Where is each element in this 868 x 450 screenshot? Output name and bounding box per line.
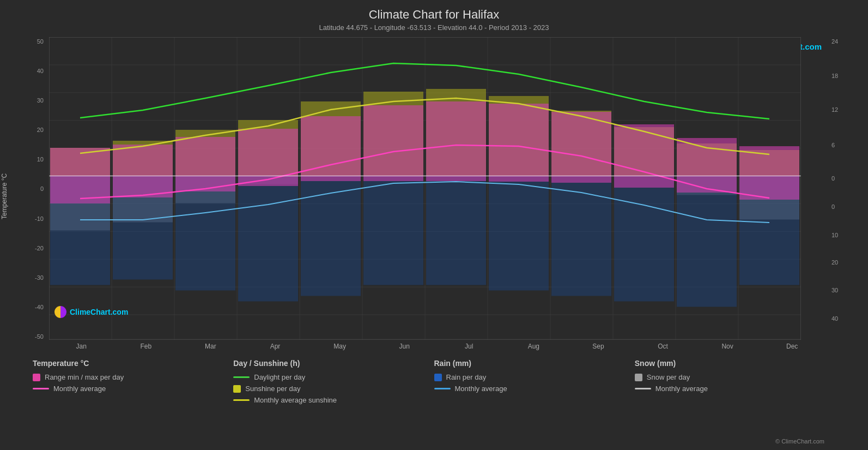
legend-label-sunshine-avg: Monthly average sunshine [254,396,337,404]
y-axis-right: 24 18 12 6 0 0 10 20 30 40 [827,37,868,340]
legend-title-rain: Rain (mm) [434,359,635,368]
svg-rect-61 [301,116,361,181]
legend-title-temperature: Temperature °C [33,359,233,368]
chart-container: ClimeChart.com [49,37,824,340]
y-left-30: 30 [37,97,44,104]
legend-item-snow-bar: Snow per day [635,373,835,381]
month-dec: Dec [760,343,824,350]
y-left-20: 20 [37,127,44,133]
legend-line-snow-avg [635,388,651,389]
svg-rect-41 [551,176,611,296]
legend-bar-temp [33,374,40,381]
month-oct: Oct [630,343,695,350]
y-left-0: 0 [40,185,44,192]
logo-text-bottom: ClimeChart.com [70,308,128,316]
y-left--40: -40 [35,304,44,310]
svg-rect-64 [489,104,549,182]
legend-label-snow-avg: Monthly average [655,385,708,393]
legend-label-snow-bar: Snow per day [647,373,690,381]
svg-rect-59 [175,137,235,191]
y-right-rain-0: 0 [831,203,835,210]
logo-bottom-left: ClimeChart.com [54,306,128,318]
legend-col-rain: Rain (mm) Rain per day Monthly average [434,359,635,404]
legend-label-temp-avg: Monthly average [53,385,106,393]
svg-rect-42 [614,176,674,302]
legend-col-temperature: Temperature °C Range min / max per day M… [33,359,233,404]
svg-rect-36 [238,176,298,302]
svg-rect-62 [363,105,423,181]
month-jul: Jul [436,343,501,350]
month-apr: Apr [243,343,308,350]
svg-rect-65 [551,112,611,183]
y-left--20: -20 [35,245,44,251]
month-sep: Sep [566,343,631,350]
y-right-18: 18 [831,73,838,79]
svg-rect-39 [426,176,486,285]
y-right-12: 12 [831,106,838,113]
svg-rect-67 [677,138,737,193]
page-wrapper: Climate Chart for Halifax Latitude 44.67… [0,0,868,450]
y-right-rain-30: 30 [831,287,838,293]
y-right-rain-40: 40 [831,315,838,322]
legend-bar-snow [635,374,642,381]
y-label-left: Temperature °C [1,208,8,219]
month-jan: Jan [49,343,114,350]
legend-title-sunshine: Day / Sunshine (h) [233,359,434,368]
x-axis-months: Jan Feb Mar Apr May Jun Jul Aug Sep Oct … [49,343,824,350]
svg-rect-35 [175,176,235,291]
legend-line-daylight [233,376,250,378]
svg-rect-37 [301,176,361,296]
y-right-6: 6 [831,142,835,148]
legend-item-rain-bar: Rain per day [434,373,635,381]
svg-rect-58 [113,145,173,197]
month-nov: Nov [695,343,760,350]
legend-label-daylight: Daylight per day [254,373,305,381]
legend-item-temp-avg: Monthly average [33,385,233,393]
legend-line-sunshine-avg [233,399,250,401]
legend-item-sunshine-bar: Sunshine per day [233,385,434,393]
y-right-24: 24 [831,38,838,45]
y-label-left-container: Temperature °C [4,139,15,248]
chart-title: Climate Chart for Halifax [0,0,868,22]
svg-rect-38 [363,176,423,285]
y-left--10: -10 [35,215,44,222]
y-left-40: 40 [37,68,44,74]
legend-bar-sunshine [233,385,241,393]
copyright: © ClimeChart.com [775,438,824,445]
legend-item-daylight: Daylight per day [233,373,434,381]
month-jun: Jun [372,343,437,350]
chart-svg [49,37,801,340]
legend-label-rain-bar: Rain per day [446,373,487,381]
legend-label-sunshine-bar: Sunshine per day [245,385,300,393]
svg-rect-43 [677,176,737,307]
legend-line-rain-avg [434,388,451,389]
chart-subtitle: Latitude 44.675 - Longitude -63.513 - El… [0,23,868,32]
svg-rect-63 [426,101,486,181]
legend-label-rain-avg: Monthly average [455,385,507,393]
month-may: May [307,343,372,350]
legend-col-sunshine: Day / Sunshine (h) Daylight per day Suns… [233,359,434,404]
y-left--30: -30 [35,274,44,281]
legend-area: Temperature °C Range min / max per day M… [0,350,868,404]
y-left--50: -50 [35,333,44,340]
svg-rect-60 [238,129,298,186]
legend-item-temp-range: Range min / max per day [33,373,233,381]
legend-item-sunshine-avg: Monthly average sunshine [233,396,434,404]
logo-icon-bottom [54,306,66,318]
legend-item-snow-avg: Monthly average [635,385,835,393]
y-right-rain-20: 20 [831,259,838,266]
legend-line-temp [33,388,49,389]
legend-title-snow: Snow (mm) [635,359,835,368]
legend-bar-rain [434,374,442,381]
y-left-10: 10 [37,156,44,163]
y-right-rain-10: 10 [831,232,838,238]
y-left-50: 50 [37,38,44,45]
month-aug: Aug [501,343,566,350]
legend-col-snow: Snow (mm) Snow per day Monthly average [635,359,835,404]
svg-rect-40 [489,176,549,291]
legend-label-temp-range: Range min / max per day [45,373,124,381]
month-mar: Mar [178,343,243,350]
y-right-0: 0 [831,175,835,182]
month-feb: Feb [114,343,179,350]
legend-item-rain-avg: Monthly average [434,385,635,393]
